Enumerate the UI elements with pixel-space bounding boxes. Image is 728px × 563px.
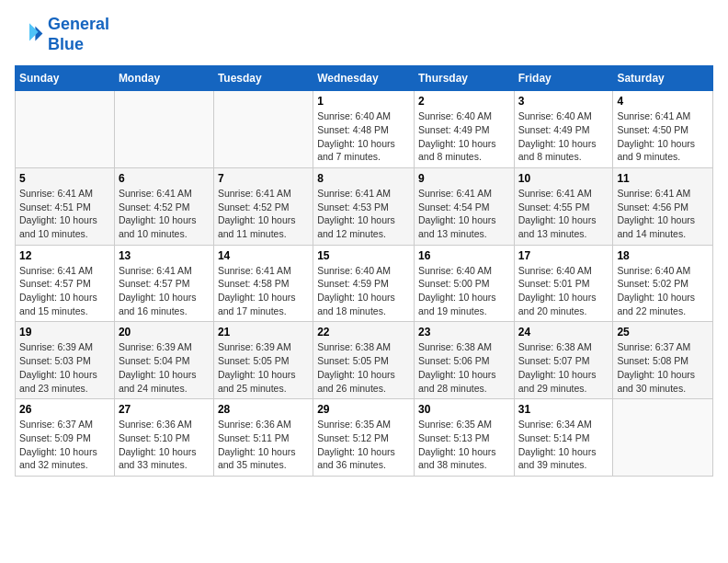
day-info: Sunrise: 6:40 AM Sunset: 4:49 PM Dayligh… (518, 109, 609, 164)
calendar-cell: 11Sunrise: 6:41 AM Sunset: 4:56 PM Dayli… (613, 167, 713, 245)
calendar-cell: 7Sunrise: 6:41 AM Sunset: 4:52 PM Daylig… (213, 167, 313, 245)
day-info: Sunrise: 6:40 AM Sunset: 5:02 PM Dayligh… (617, 264, 709, 318)
calendar-cell: 8Sunrise: 6:41 AM Sunset: 4:53 PM Daylig… (313, 167, 415, 245)
calendar-cell: 27Sunrise: 6:36 AM Sunset: 5:10 PM Dayli… (114, 399, 213, 477)
week-row-5: 26Sunrise: 6:37 AM Sunset: 5:09 PM Dayli… (16, 399, 713, 477)
header-monday: Monday (114, 66, 213, 91)
day-info: Sunrise: 6:34 AM Sunset: 5:14 PM Dayligh… (518, 418, 609, 472)
week-row-4: 19Sunrise: 6:39 AM Sunset: 5:03 PM Dayli… (16, 322, 713, 399)
calendar-cell: 25Sunrise: 6:37 AM Sunset: 5:08 PM Dayli… (613, 322, 713, 399)
day-info: Sunrise: 6:35 AM Sunset: 5:13 PM Dayligh… (418, 418, 510, 472)
calendar-cell: 31Sunrise: 6:34 AM Sunset: 5:14 PM Dayli… (514, 399, 613, 477)
day-info: Sunrise: 6:41 AM Sunset: 4:51 PM Dayligh… (19, 187, 110, 241)
calendar-cell: 17Sunrise: 6:40 AM Sunset: 5:01 PM Dayli… (514, 245, 613, 322)
calendar-cell (213, 91, 313, 168)
day-info: Sunrise: 6:40 AM Sunset: 4:48 PM Dayligh… (317, 109, 410, 164)
calendar-cell: 29Sunrise: 6:35 AM Sunset: 5:12 PM Dayli… (313, 399, 415, 477)
day-info: Sunrise: 6:41 AM Sunset: 4:52 PM Dayligh… (119, 187, 210, 241)
day-number: 9 (418, 172, 510, 185)
calendar-cell: 10Sunrise: 6:41 AM Sunset: 4:55 PM Dayli… (514, 167, 613, 245)
day-number: 17 (518, 249, 609, 262)
calendar-table: SundayMondayTuesdayWednesdayThursdayFrid… (15, 65, 713, 477)
day-number: 25 (617, 326, 709, 339)
day-info: Sunrise: 6:38 AM Sunset: 5:06 PM Dayligh… (418, 340, 510, 395)
calendar-cell: 14Sunrise: 6:41 AM Sunset: 4:58 PM Dayli… (213, 245, 313, 322)
day-info: Sunrise: 6:38 AM Sunset: 5:07 PM Dayligh… (518, 340, 609, 395)
day-info: Sunrise: 6:41 AM Sunset: 4:58 PM Dayligh… (218, 264, 309, 318)
logo-icon (15, 20, 44, 50)
day-number: 19 (19, 326, 110, 339)
calendar-cell: 9Sunrise: 6:41 AM Sunset: 4:54 PM Daylig… (414, 167, 514, 245)
day-number: 16 (418, 249, 510, 262)
logo: General Blue (15, 15, 109, 54)
day-number: 22 (317, 326, 410, 339)
day-info: Sunrise: 6:41 AM Sunset: 4:54 PM Dayligh… (418, 187, 510, 241)
day-number: 8 (317, 172, 410, 185)
calendar-cell: 1Sunrise: 6:40 AM Sunset: 4:48 PM Daylig… (313, 91, 415, 168)
day-info: Sunrise: 6:41 AM Sunset: 4:57 PM Dayligh… (19, 264, 110, 318)
day-number: 27 (119, 403, 210, 416)
calendar-cell: 2Sunrise: 6:40 AM Sunset: 4:49 PM Daylig… (414, 91, 514, 168)
day-info: Sunrise: 6:40 AM Sunset: 4:59 PM Dayligh… (317, 264, 410, 318)
week-row-2: 5Sunrise: 6:41 AM Sunset: 4:51 PM Daylig… (16, 167, 713, 245)
day-number: 10 (518, 172, 609, 185)
calendar-cell: 3Sunrise: 6:40 AM Sunset: 4:49 PM Daylig… (514, 91, 613, 168)
calendar-cell (16, 91, 115, 168)
day-number: 6 (119, 172, 210, 185)
calendar-cell: 21Sunrise: 6:39 AM Sunset: 5:05 PM Dayli… (213, 322, 313, 399)
calendar-cell: 12Sunrise: 6:41 AM Sunset: 4:57 PM Dayli… (16, 245, 115, 322)
day-number: 1 (317, 95, 410, 108)
day-info: Sunrise: 6:40 AM Sunset: 4:49 PM Dayligh… (418, 109, 510, 164)
calendar-cell (613, 399, 713, 477)
day-info: Sunrise: 6:38 AM Sunset: 5:05 PM Dayligh… (317, 340, 410, 395)
day-info: Sunrise: 6:36 AM Sunset: 5:11 PM Dayligh… (218, 418, 309, 472)
day-info: Sunrise: 6:41 AM Sunset: 4:53 PM Dayligh… (317, 187, 410, 241)
calendar-cell: 24Sunrise: 6:38 AM Sunset: 5:07 PM Dayli… (514, 322, 613, 399)
logo-text: General Blue (48, 15, 109, 54)
day-number: 23 (418, 326, 510, 339)
week-row-1: 1Sunrise: 6:40 AM Sunset: 4:48 PM Daylig… (16, 91, 713, 168)
calendar-cell: 19Sunrise: 6:39 AM Sunset: 5:03 PM Dayli… (16, 322, 115, 399)
day-info: Sunrise: 6:39 AM Sunset: 5:04 PM Dayligh… (119, 340, 210, 395)
day-info: Sunrise: 6:36 AM Sunset: 5:10 PM Dayligh… (119, 418, 210, 472)
day-number: 20 (119, 326, 210, 339)
day-info: Sunrise: 6:40 AM Sunset: 5:01 PM Dayligh… (518, 264, 609, 318)
header-friday: Friday (514, 66, 613, 91)
calendar-cell: 26Sunrise: 6:37 AM Sunset: 5:09 PM Dayli… (16, 399, 115, 477)
day-number: 18 (617, 249, 709, 262)
calendar-cell (114, 91, 213, 168)
calendar-cell: 15Sunrise: 6:40 AM Sunset: 4:59 PM Dayli… (313, 245, 415, 322)
header-sunday: Sunday (16, 66, 115, 91)
day-info: Sunrise: 6:41 AM Sunset: 4:56 PM Dayligh… (617, 187, 709, 241)
calendar-cell: 13Sunrise: 6:41 AM Sunset: 4:57 PM Dayli… (114, 245, 213, 322)
day-number: 2 (418, 95, 510, 108)
header-thursday: Thursday (414, 66, 514, 91)
header-wednesday: Wednesday (313, 66, 415, 91)
day-info: Sunrise: 6:39 AM Sunset: 5:03 PM Dayligh… (19, 340, 110, 395)
day-info: Sunrise: 6:41 AM Sunset: 4:52 PM Dayligh… (218, 187, 309, 241)
calendar-cell: 30Sunrise: 6:35 AM Sunset: 5:13 PM Dayli… (414, 399, 514, 477)
day-number: 28 (218, 403, 309, 416)
day-number: 21 (218, 326, 309, 339)
day-number: 15 (317, 249, 410, 262)
header-tuesday: Tuesday (213, 66, 313, 91)
week-row-3: 12Sunrise: 6:41 AM Sunset: 4:57 PM Dayli… (16, 245, 713, 322)
header-saturday: Saturday (613, 66, 713, 91)
day-number: 26 (19, 403, 110, 416)
day-info: Sunrise: 6:37 AM Sunset: 5:08 PM Dayligh… (617, 340, 709, 395)
day-number: 31 (518, 403, 609, 416)
calendar-header-row: SundayMondayTuesdayWednesdayThursdayFrid… (16, 66, 713, 91)
day-number: 14 (218, 249, 309, 262)
day-info: Sunrise: 6:39 AM Sunset: 5:05 PM Dayligh… (218, 340, 309, 395)
day-info: Sunrise: 6:41 AM Sunset: 4:57 PM Dayligh… (119, 264, 210, 318)
day-number: 30 (418, 403, 510, 416)
day-number: 11 (617, 172, 709, 185)
day-number: 4 (617, 95, 709, 108)
calendar-cell: 5Sunrise: 6:41 AM Sunset: 4:51 PM Daylig… (16, 167, 115, 245)
calendar-cell: 4Sunrise: 6:41 AM Sunset: 4:50 PM Daylig… (613, 91, 713, 168)
day-number: 3 (518, 95, 609, 108)
calendar-cell: 28Sunrise: 6:36 AM Sunset: 5:11 PM Dayli… (213, 399, 313, 477)
day-info: Sunrise: 6:37 AM Sunset: 5:09 PM Dayligh… (19, 418, 110, 472)
day-number: 7 (218, 172, 309, 185)
calendar-cell: 18Sunrise: 6:40 AM Sunset: 5:02 PM Dayli… (613, 245, 713, 322)
